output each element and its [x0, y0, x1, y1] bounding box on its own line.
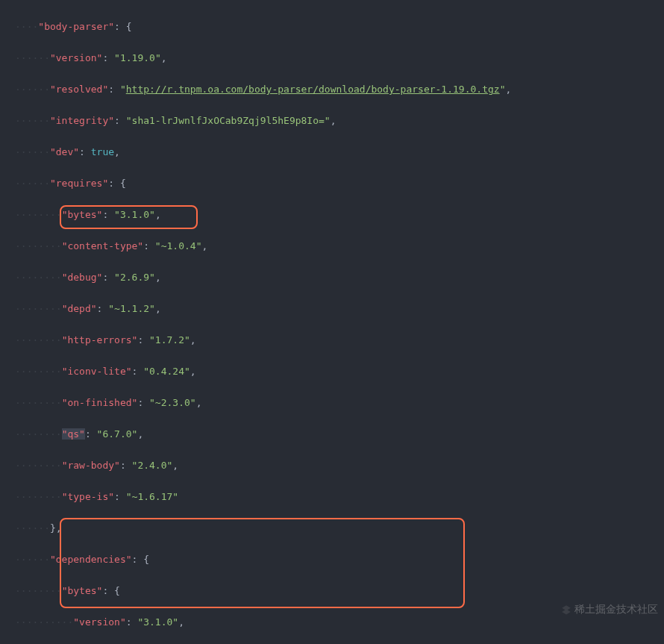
watermark: 稀土掘金技术社区 — [561, 601, 658, 617]
code-line: ······"resolved": "http://r.tnpm.oa.com/… — [15, 81, 664, 97]
code-line: ······"dev": true, — [15, 144, 664, 160]
code-line: ········"iconv-lite": "0.4.24", — [15, 363, 664, 379]
code-line: ········"on-finished": "~2.3.0", — [15, 395, 664, 410]
code-line: ········"depd": "~1.1.2", — [15, 301, 664, 316]
code-editor: ····"body-parser": { ······"version": "1… — [0, 0, 664, 644]
code-line: ········"qs": "6.7.0", — [15, 426, 664, 442]
code-line: ······"integrity": "sha1-lrJwnlfJxOCab9Z… — [15, 113, 664, 128]
code-line: ········"bytes": { — [15, 583, 664, 598]
code-line: ········"content-type": "~1.0.4", — [15, 238, 664, 254]
code-line: ········"http-errors": "1.7.2", — [15, 332, 664, 348]
code-line: ····"body-parser": { — [15, 19, 664, 34]
code-line: ········"type-is": "~1.6.17" — [15, 489, 664, 504]
code-line: ······}, — [15, 520, 664, 536]
code-line: ······"dependencies": { — [15, 551, 664, 567]
code-line: ······"requires": { — [15, 175, 664, 191]
code-line: ······"version": "1.19.0", — [15, 50, 664, 66]
url-link[interactable]: http://r.tnpm.oa.com/body-parser/downloa… — [126, 84, 500, 95]
code-line: ········"raw-body": "2.4.0", — [15, 457, 664, 473]
juejin-icon — [561, 604, 571, 615]
code-line: ········"bytes": "3.1.0", — [15, 207, 664, 222]
code-line: ········"debug": "2.6.9", — [15, 269, 664, 285]
